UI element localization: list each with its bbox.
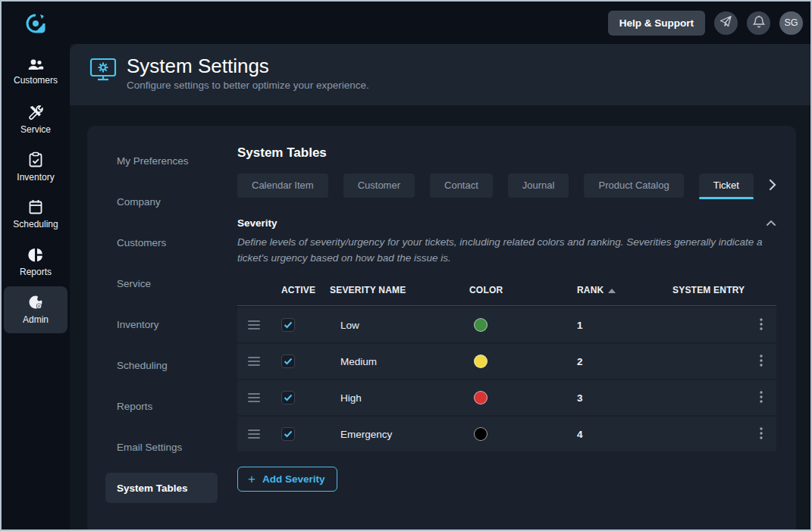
add-severity-button[interactable]: + Add Severity <box>237 467 337 492</box>
tab-customer[interactable]: Customer <box>343 173 415 198</box>
add-severity-label: Add Severity <box>262 473 325 485</box>
active-checkbox[interactable] <box>281 427 295 441</box>
page-title: System Settings <box>127 55 369 77</box>
row-menu-button[interactable] <box>746 355 776 369</box>
tabs-scroll-right-button[interactable] <box>769 179 776 193</box>
sidebar: Customers Service Inventory <box>2 2 70 529</box>
column-header-system-entry[interactable]: SYSTEM ENTRY <box>662 285 746 295</box>
settings-nav-system-tables[interactable]: System Tables <box>105 473 218 503</box>
scheduling-icon <box>28 199 43 215</box>
help-support-button[interactable]: Help & Support <box>608 11 705 36</box>
chevron-up-icon <box>766 217 776 229</box>
customers-icon <box>27 58 45 71</box>
severity-name-cell: Emergency <box>330 429 459 440</box>
user-avatar[interactable]: SG <box>779 11 803 35</box>
system-settings-icon <box>89 58 117 85</box>
severity-row-low: Low 1 <box>237 308 776 342</box>
sidebar-item-reports[interactable]: Reports <box>4 239 67 286</box>
severity-table: ACTIVE SEVERITY NAME COLOR RANK SYSTEM E… <box>237 275 776 451</box>
checkbox-checked-icon <box>284 318 293 332</box>
settings-nav: My Preferences Company Customers Service… <box>87 126 237 529</box>
sidebar-item-label: Customers <box>14 75 58 86</box>
row-menu-button[interactable] <box>746 427 776 442</box>
brand-logo[interactable] <box>2 2 70 47</box>
column-header-severity-name[interactable]: SEVERITY NAME <box>330 285 459 295</box>
rank-cell: 3 <box>566 392 662 404</box>
tab-ticket[interactable]: Ticket <box>699 173 754 198</box>
severity-description: Define levels of severity/urgency for yo… <box>237 234 776 266</box>
severity-row-medium: Medium 2 <box>237 344 776 379</box>
sidebar-item-label: Scheduling <box>13 219 58 230</box>
column-header-rank[interactable]: RANK <box>566 285 662 295</box>
sidebar-item-customers[interactable]: Customers <box>4 48 67 95</box>
severity-row-high: High 3 <box>237 380 776 415</box>
checkbox-checked-icon <box>284 391 293 404</box>
settings-nav-company[interactable]: Company <box>105 186 218 217</box>
drag-handle-icon[interactable] <box>248 429 260 439</box>
tab-calendar-item[interactable]: Calendar Item <box>237 173 328 198</box>
plus-icon: + <box>248 474 256 485</box>
color-swatch[interactable] <box>474 391 488 404</box>
settings-nav-email-settings[interactable]: Email Settings <box>105 432 218 462</box>
settings-nav-my-preferences[interactable]: My Preferences <box>105 145 218 176</box>
checkbox-checked-icon <box>284 355 293 368</box>
active-checkbox[interactable] <box>281 391 295 404</box>
color-swatch[interactable] <box>474 318 488 332</box>
settings-nav-customers[interactable]: Customers <box>105 227 218 258</box>
kebab-menu-icon <box>760 355 763 369</box>
section-title: System Tables <box>237 145 776 161</box>
row-menu-button[interactable] <box>746 391 776 405</box>
severity-title: Severity <box>237 217 277 229</box>
page-header: System Settings Configure settings to be… <box>70 44 810 105</box>
reports-icon <box>28 247 44 263</box>
sidebar-item-inventory[interactable]: Inventory <box>4 143 67 190</box>
send-feedback-button[interactable] <box>714 11 738 35</box>
topbar: Help & Support SG <box>70 2 810 44</box>
severity-table-header: ACTIVE SEVERITY NAME COLOR RANK SYSTEM E… <box>237 275 776 305</box>
paper-plane-icon <box>720 15 732 30</box>
active-checkbox[interactable] <box>281 355 295 368</box>
column-header-color[interactable]: COLOR <box>459 285 566 295</box>
sidebar-item-label: Admin <box>23 314 49 325</box>
color-swatch[interactable] <box>474 427 488 441</box>
severity-section-header: Severity <box>237 217 776 229</box>
sort-ascending-icon <box>608 289 616 293</box>
rank-cell: 2 <box>566 356 662 367</box>
drag-handle-icon[interactable] <box>248 320 260 330</box>
row-menu-button[interactable] <box>746 318 776 333</box>
avatar-initials: SG <box>784 17 798 28</box>
column-header-active[interactable]: ACTIVE <box>271 285 330 295</box>
settings-content: System Tables Calendar Item Customer Con… <box>237 126 796 529</box>
settings-nav-scheduling[interactable]: Scheduling <box>105 350 218 380</box>
tab-product-catalog[interactable]: Product Catalog <box>584 173 683 198</box>
settings-nav-inventory[interactable]: Inventory <box>105 309 218 339</box>
drag-handle-icon[interactable] <box>248 393 260 402</box>
kebab-menu-icon <box>760 391 763 405</box>
page-header-text: System Settings Configure settings to be… <box>127 55 369 91</box>
kebab-menu-icon <box>760 318 763 333</box>
app-window: Customers Service Inventory <box>0 0 812 531</box>
sidebar-item-admin[interactable]: Admin <box>4 286 67 333</box>
sidebar-item-service[interactable]: Service <box>4 95 67 142</box>
sidebar-item-label: Inventory <box>17 172 54 183</box>
settings-nav-service[interactable]: Service <box>105 268 218 298</box>
rank-cell: 1 <box>566 320 662 331</box>
sidebar-item-scheduling[interactable]: Scheduling <box>4 191 67 238</box>
chevron-right-icon <box>769 179 776 193</box>
table-header-divider <box>237 305 776 306</box>
page-subtitle: Configure settings to better optimize yo… <box>127 80 369 91</box>
page-body: My Preferences Company Customers Service… <box>70 105 810 529</box>
severity-collapse-button[interactable] <box>766 217 776 229</box>
settings-nav-reports[interactable]: Reports <box>105 391 218 421</box>
sidebar-item-label: Service <box>20 124 51 135</box>
tab-journal[interactable]: Journal <box>508 173 569 198</box>
notifications-button[interactable] <box>747 11 770 35</box>
severity-name-cell: High <box>330 392 459 404</box>
bell-icon <box>753 15 765 31</box>
color-swatch[interactable] <box>474 355 488 368</box>
active-checkbox[interactable] <box>281 318 295 332</box>
checkbox-checked-icon <box>284 427 293 441</box>
tab-contact[interactable]: Contact <box>430 173 493 198</box>
inventory-icon <box>28 151 43 168</box>
drag-handle-icon[interactable] <box>248 357 260 366</box>
